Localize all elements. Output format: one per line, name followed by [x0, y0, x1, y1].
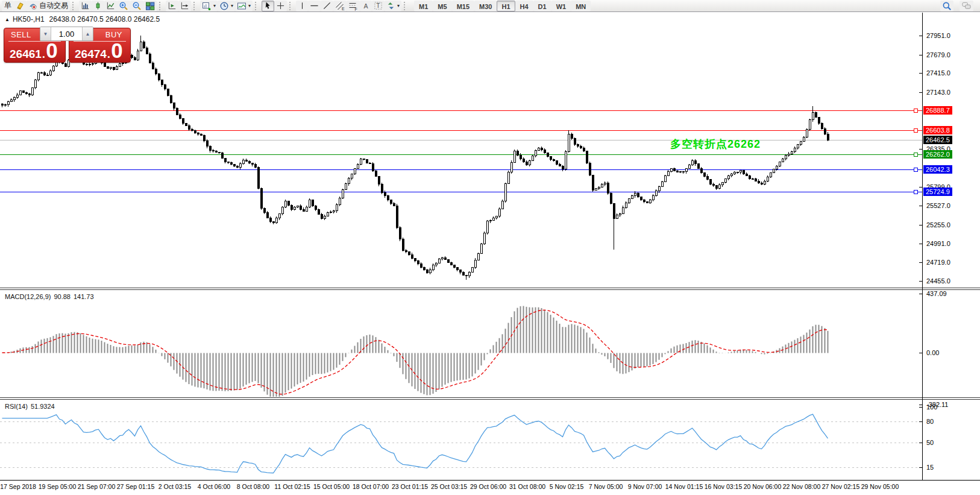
timeframe-mn[interactable]: MN — [571, 1, 591, 11]
vline-button[interactable] — [296, 1, 308, 11]
dropdown-arrow-icon: ▾ — [213, 3, 216, 8]
svg-text:A: A — [363, 2, 368, 10]
price-axis-tick: 25255.0 — [926, 221, 950, 229]
new-chart-button[interactable]: ▾ — [200, 1, 218, 11]
svg-text:T: T — [376, 2, 380, 9]
new-chart-icon — [202, 1, 212, 11]
search-icon — [942, 1, 952, 11]
date-axis-label: 14 Nov 01:15 — [665, 483, 703, 490]
timeframe-h1[interactable]: H1 — [497, 1, 515, 11]
price-axis-tick: 27951.0 — [926, 32, 950, 39]
zoom-out-icon — [132, 1, 142, 11]
channel-icon: E — [335, 1, 345, 11]
date-axis-label: 29 Nov 05:00 — [861, 483, 899, 490]
line-chart-button[interactable] — [104, 1, 117, 11]
date-axis-label: 2 Oct 03:15 — [159, 483, 191, 490]
volume-stepper: ▼ ▲ — [40, 27, 93, 41]
trend-pivot-annotation[interactable]: 多空转折点26262 — [670, 137, 761, 151]
macd-axis-label: 0.00 — [926, 349, 939, 356]
crosshair-icon — [276, 1, 285, 10]
hline-price-badge[interactable]: 25724.9 — [923, 188, 952, 196]
toolbar-separator — [72, 2, 77, 10]
candle-chart-button[interactable] — [92, 1, 104, 11]
chart-title: ▲HK50-,H126438.0 26470.5 26408.0 26462.5 — [5, 15, 160, 24]
chart-shift-button[interactable] — [166, 1, 178, 11]
cursor-icon — [263, 1, 272, 10]
volume-decrease-button[interactable]: ▼ — [40, 27, 51, 40]
date-axis-label: 20 Nov 06:00 — [744, 483, 781, 490]
hline-price-badge[interactable]: 26262.0 — [923, 150, 952, 159]
date-axis-label: 4 Oct 06:00 — [198, 483, 230, 490]
macd-axis-label: 437.09 — [926, 290, 947, 297]
channel-button[interactable]: E — [333, 1, 347, 11]
arrow-down-icon: ▼ — [43, 31, 48, 37]
date-axis-label: 8 Oct 08:00 — [237, 483, 269, 490]
bar-chart-button[interactable] — [79, 1, 92, 11]
shapes-button[interactable]: ▾ — [385, 1, 401, 11]
arrow-up-icon: ▲ — [86, 31, 90, 37]
search-button[interactable] — [940, 1, 953, 11]
timeframe-w1[interactable]: W1 — [551, 1, 571, 11]
buy-price: 26474.0 — [75, 42, 123, 61]
hline-price-badge[interactable]: 26888.7 — [923, 106, 952, 115]
rsi-indicator-label: RSI(14)51.9324 — [5, 403, 58, 410]
text-icon: A — [362, 1, 370, 10]
timeframe-m1[interactable]: M1 — [414, 1, 433, 11]
rsi-axis-label: 100 — [926, 403, 937, 411]
history-center-button[interactable] — [14, 1, 27, 11]
timeframe-m5[interactable]: M5 — [433, 1, 451, 11]
date-axis-label: 9 Nov 07:00 — [628, 483, 662, 490]
crosshair-button[interactable] — [274, 1, 287, 11]
volume-input[interactable] — [51, 27, 82, 40]
label-button[interactable]: T — [372, 1, 385, 11]
autotrade-icon — [28, 1, 38, 10]
timeframe-h4[interactable]: H4 — [515, 1, 533, 11]
new-order-button[interactable]: 单 — [2, 1, 14, 11]
cursor-button[interactable] — [262, 1, 274, 11]
trendline-button[interactable] — [321, 1, 333, 11]
date-axis-label: 29 Oct 06:00 — [470, 483, 506, 490]
timeframe-m30[interactable]: M30 — [474, 1, 497, 11]
date-axis-label: 31 Oct 08:00 — [509, 483, 545, 490]
text-button[interactable]: A — [360, 1, 372, 11]
templates-button[interactable]: ▾ — [235, 1, 253, 11]
date-axis-label: 25 Oct 03:15 — [431, 483, 467, 490]
tile-windows-button[interactable] — [143, 1, 157, 11]
autotrade-button[interactable]: 自动交易 — [27, 1, 70, 11]
macd-indicator-label: MACD(12,26,9)90.88141.73 — [5, 293, 97, 300]
zoom-out-button[interactable] — [130, 1, 143, 11]
zoom-in-icon — [119, 1, 128, 11]
timeframe-m15[interactable]: M15 — [452, 1, 474, 11]
volume-increase-button[interactable]: ▲ — [82, 27, 93, 40]
collapse-icon[interactable]: ▲ — [5, 17, 10, 22]
hline-price-badge[interactable]: 26603.8 — [923, 126, 952, 134]
timeframe-d1[interactable]: D1 — [533, 1, 551, 11]
date-axis-label: 19 Sep 05:00 — [39, 483, 76, 490]
terminal-window: 单自动交易▾▾▾EFAT▾M1M5M15M30H1H4D1W1MN ▲HK50-… — [0, 0, 980, 495]
date-axis-label: 11 Oct 02:15 — [274, 483, 310, 490]
hline-icon — [310, 1, 319, 10]
toolbar-right-icons — [940, 1, 978, 11]
dropdown-arrow-icon: ▾ — [397, 3, 400, 8]
vline-icon — [298, 1, 306, 10]
date-axis-label: 16 Nov 03:15 — [705, 483, 742, 490]
periods-button[interactable]: ▾ — [218, 1, 235, 11]
hline-button[interactable] — [308, 1, 321, 11]
price-axis-tick: 24455.0 — [926, 277, 950, 285]
chart-canvas[interactable] — [0, 0, 980, 495]
book-icon — [16, 1, 25, 10]
hline-price-badge[interactable]: 26042.3 — [923, 165, 952, 174]
price-axis-tick: 25527.0 — [926, 202, 950, 209]
zoom-in-button[interactable] — [117, 1, 130, 11]
rsi-axis-label: 50 — [926, 439, 934, 446]
rsi-axis-label: 15 — [926, 464, 934, 471]
timeframe-group: M1M5M15M30H1H4D1W1MN — [414, 1, 591, 11]
one-click-trading-panel: SELL 26461.0 BUY 26474.0 ▼ ▲ — [4, 27, 130, 62]
chat-button[interactable] — [960, 1, 973, 11]
dropdown-arrow-icon: ▾ — [248, 3, 251, 8]
trendline-icon — [322, 1, 331, 10]
auto-scroll-button[interactable] — [178, 1, 191, 11]
fibonacci-button[interactable]: F — [347, 1, 360, 11]
date-axis-label: 15 Oct 05:00 — [313, 483, 350, 490]
current-price-badge: 26462.5 — [923, 136, 952, 144]
